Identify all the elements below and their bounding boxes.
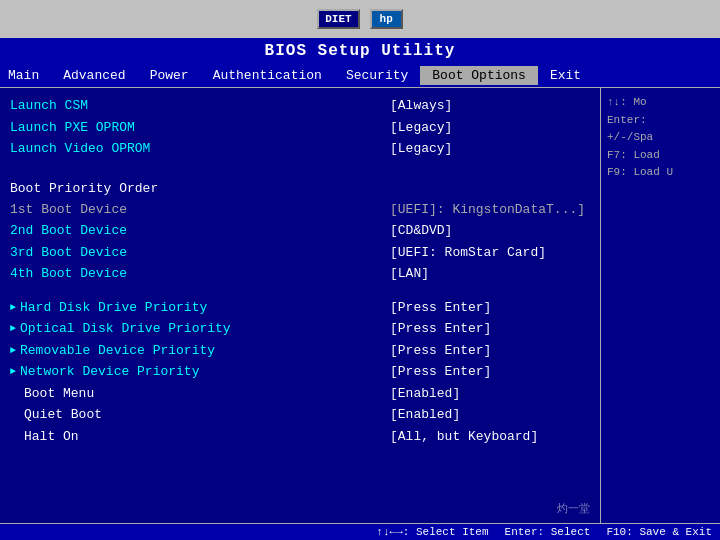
optical-priority-value: [Press Enter] — [390, 319, 590, 339]
right-hint-1: ↑↓: Mo — [607, 94, 714, 112]
setting-quiet-boot[interactable]: Quiet Boot [Enabled] — [10, 405, 590, 425]
main-content: Launch CSM [Always] Launch PXE OPROM [Le… — [0, 88, 720, 534]
right-panel: ↑↓: Mo Enter: +/-/Spa F7: Load F9: Load … — [600, 88, 720, 534]
setting-network-priority[interactable]: ► Network Device Priority [Press Enter] — [10, 362, 590, 382]
removable-priority-label: Removable Device Priority — [20, 341, 380, 361]
top-bar: DIET hp — [0, 0, 720, 38]
setting-optical-priority[interactable]: ► Optical Disk Drive Priority [Press Ent… — [10, 319, 590, 339]
left-panel: Launch CSM [Always] Launch PXE OPROM [Le… — [0, 88, 600, 534]
1st-boot-label: 1st Boot Device — [10, 200, 380, 220]
boot-menu-label: Boot Menu — [24, 384, 380, 404]
halt-on-label: Halt On — [24, 427, 380, 447]
setting-1st-boot[interactable]: 1st Boot Device [UEFI]: KingstonDataT...… — [10, 200, 590, 220]
2nd-boot-label: 2nd Boot Device — [10, 221, 380, 241]
1st-boot-value: [UEFI]: KingstonDataT...] — [390, 200, 590, 220]
menu-item-boot-options[interactable]: Boot Options — [420, 66, 538, 85]
right-hint-5: F9: Load U — [607, 164, 714, 182]
launch-video-value: [Legacy] — [390, 139, 590, 159]
status-hint-1: ↑↓←→: Select Item — [376, 526, 488, 538]
watermark: 灼一堂 — [557, 501, 590, 516]
3rd-boot-label: 3rd Boot Device — [10, 243, 380, 263]
arrow-icon-optical: ► — [10, 321, 16, 336]
hdd-priority-value: [Press Enter] — [390, 298, 590, 318]
hp-logo: hp — [370, 9, 403, 29]
menu-item-authentication[interactable]: Authentication — [201, 66, 334, 85]
launch-csm-label: Launch CSM — [10, 96, 380, 116]
right-hint-3: +/-/Spa — [607, 129, 714, 147]
setting-removable-priority[interactable]: ► Removable Device Priority [Press Enter… — [10, 341, 590, 361]
setting-launch-pxe[interactable]: Launch PXE OPROM [Legacy] — [10, 118, 590, 138]
4th-boot-label: 4th Boot Device — [10, 264, 380, 284]
4th-boot-value: [LAN] — [390, 264, 590, 284]
removable-priority-value: [Press Enter] — [390, 341, 590, 361]
menu-item-advanced[interactable]: Advanced — [51, 66, 137, 85]
setting-hdd-priority[interactable]: ► Hard Disk Drive Priority [Press Enter] — [10, 298, 590, 318]
network-priority-label: Network Device Priority — [20, 362, 380, 382]
diet-logo: DIET — [317, 9, 359, 29]
halt-on-value: [All, but Keyboard] — [390, 427, 590, 447]
optical-priority-label: Optical Disk Drive Priority — [20, 319, 380, 339]
setting-launch-video[interactable]: Launch Video OPROM [Legacy] — [10, 139, 590, 159]
launch-video-label: Launch Video OPROM — [10, 139, 380, 159]
launch-pxe-value: [Legacy] — [390, 118, 590, 138]
setting-2nd-boot[interactable]: 2nd Boot Device [CD&DVD] — [10, 221, 590, 241]
arrow-icon-removable: ► — [10, 343, 16, 358]
status-bar: ↑↓←→: Select Item Enter: Select F10: Sav… — [0, 523, 720, 540]
right-hint-4: F7: Load — [607, 147, 714, 165]
status-hint-2: Enter: Select — [505, 526, 591, 538]
quiet-boot-value: [Enabled] — [390, 405, 590, 425]
bios-title: BIOS Setup Utility — [0, 38, 720, 64]
setting-halt-on[interactable]: Halt On [All, but Keyboard] — [10, 427, 590, 447]
menu-bar: Main Advanced Power Authentication Secur… — [0, 64, 720, 88]
status-hint-3: F10: Save & Exit — [606, 526, 712, 538]
menu-item-main[interactable]: Main — [0, 66, 51, 85]
right-hint-2: Enter: — [607, 112, 714, 130]
menu-item-power[interactable]: Power — [138, 66, 201, 85]
arrow-icon-network: ► — [10, 364, 16, 379]
hdd-priority-label: Hard Disk Drive Priority — [20, 298, 380, 318]
launch-pxe-label: Launch PXE OPROM — [10, 118, 380, 138]
setting-boot-menu[interactable]: Boot Menu [Enabled] — [10, 384, 590, 404]
boot-menu-value: [Enabled] — [390, 384, 590, 404]
menu-item-security[interactable]: Security — [334, 66, 420, 85]
menu-item-exit[interactable]: Exit — [538, 66, 593, 85]
network-priority-value: [Press Enter] — [390, 362, 590, 382]
setting-launch-csm[interactable]: Launch CSM [Always] — [10, 96, 590, 116]
2nd-boot-value: [CD&DVD] — [390, 221, 590, 241]
setting-4th-boot[interactable]: 4th Boot Device [LAN] — [10, 264, 590, 284]
arrow-icon-hdd: ► — [10, 300, 16, 315]
boot-priority-title: Boot Priority Order — [10, 181, 590, 196]
quiet-boot-label: Quiet Boot — [24, 405, 380, 425]
setting-3rd-boot[interactable]: 3rd Boot Device [UEFI: RomStar Card] — [10, 243, 590, 263]
launch-csm-value: [Always] — [390, 96, 590, 116]
3rd-boot-value: [UEFI: RomStar Card] — [390, 243, 590, 263]
